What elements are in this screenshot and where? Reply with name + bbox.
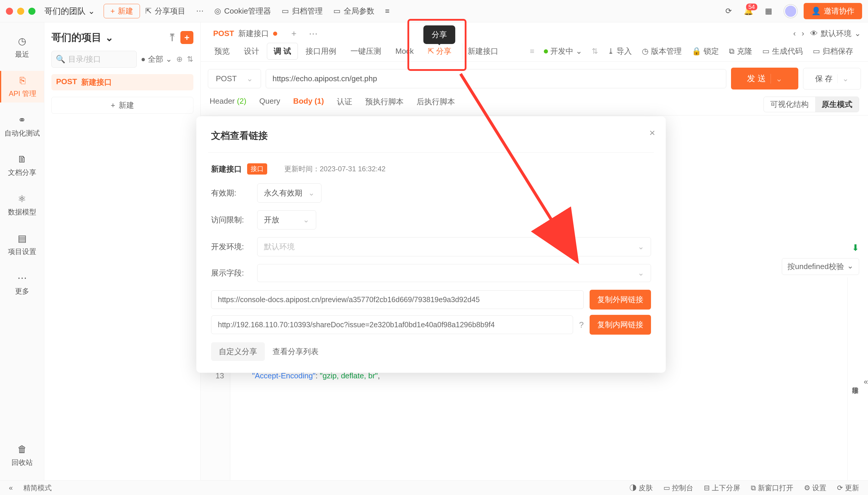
subtab-cases[interactable]: 接口用例 xyxy=(299,43,343,59)
version-button[interactable]: ◷版本管理 xyxy=(641,43,682,59)
fields-select[interactable]: ⌄ xyxy=(257,264,651,282)
subtab-preview[interactable]: 预览 xyxy=(208,43,236,59)
url-input[interactable]: https://echo.apipost.cn/get.php xyxy=(266,69,726,88)
env-dropdown[interactable]: 👁默认环境⌄ xyxy=(810,28,861,39)
access-select[interactable]: 开放⌄ xyxy=(257,210,316,229)
tab-add[interactable]: + xyxy=(288,29,300,39)
codegen-button[interactable]: ▭生成代码 xyxy=(762,43,803,59)
more-button[interactable]: ⋯ xyxy=(191,4,209,18)
clone-button[interactable]: ⧉克隆 xyxy=(728,43,753,59)
expire-select[interactable]: 永久有效期⌄ xyxy=(257,183,322,203)
reqtab-body[interactable]: Body (1) xyxy=(293,97,324,112)
lock-button[interactable]: 🔒锁定 xyxy=(691,43,719,59)
view-share-list-button[interactable]: 查看分享列表 xyxy=(271,342,320,361)
sort-icon[interactable]: ⇅ xyxy=(187,55,193,64)
update-button[interactable]: ⟳ 更新 xyxy=(837,483,859,493)
settings-button[interactable]: ⚙ 设置 xyxy=(804,483,827,493)
external-url-input[interactable]: https://console-docs.apipost.cn/preview/… xyxy=(211,290,584,309)
collapse-left-icon[interactable]: « xyxy=(9,484,13,492)
nav-settings-label: 项目设置 xyxy=(8,247,36,256)
custom-share-button[interactable]: 自定义分享 xyxy=(211,342,265,361)
archive-save-button[interactable]: ▭归档保存 xyxy=(812,43,854,59)
nav-api[interactable]: ⎘API 管理 xyxy=(0,71,44,102)
tab-more[interactable]: ⋯ xyxy=(305,28,321,39)
upload-icon[interactable]: ⤒ xyxy=(168,32,176,44)
filter-all[interactable]: ●全部⌄ xyxy=(141,54,172,64)
list-toggle-button[interactable]: ≡ xyxy=(380,4,395,18)
console-button[interactable]: ▭ 控制台 xyxy=(663,483,694,493)
list-icon: ≡ xyxy=(385,6,389,16)
tree-new-button[interactable]: +新建 xyxy=(51,97,193,114)
copy-external-button[interactable]: 复制外网链接 xyxy=(590,290,651,309)
status-dropdown[interactable]: 开发中⌄ xyxy=(543,43,583,59)
more-icon: ⋯ xyxy=(17,272,27,284)
target-icon[interactable]: ⊕ xyxy=(176,55,183,64)
nav-trash[interactable]: 🗑回收站 xyxy=(0,440,44,472)
nav-models-label: 数据模型 xyxy=(8,207,36,217)
invite-button[interactable]: 👤邀请协作 xyxy=(804,3,862,19)
close-window-icon[interactable] xyxy=(6,8,13,15)
nav-docs[interactable]: 🗎文档分享 xyxy=(0,150,44,181)
notifications-button[interactable]: 🔔 54 xyxy=(744,6,753,16)
tab-nav-next[interactable]: › xyxy=(802,29,804,38)
share-project-button[interactable]: ⇱ 分享项目 xyxy=(140,3,191,19)
share-icon: ⇱ xyxy=(428,47,434,56)
align-icon[interactable]: ≡ xyxy=(530,47,534,56)
eye-icon: 👁 xyxy=(810,29,818,38)
subtab-mock[interactable]: Mock xyxy=(389,44,420,59)
validate-dropdown[interactable]: 按undefined校验⌄ xyxy=(782,258,859,275)
search-input[interactable]: 🔍目录/接口 xyxy=(51,51,137,68)
import-button[interactable]: ⤓导入 xyxy=(607,43,632,59)
field-desc-strip[interactable]: « 字段描述 xyxy=(847,277,868,480)
reqtab-query[interactable]: Query xyxy=(259,97,280,112)
team-dropdown[interactable]: 哥们的团队 ⌄ xyxy=(44,6,95,17)
chevron-down-icon[interactable]: ⌄ xyxy=(105,32,114,44)
grid-menu-button[interactable]: ▦ xyxy=(760,4,778,18)
help-icon[interactable]: ? xyxy=(579,320,584,330)
download-icon: ⤓ xyxy=(608,47,614,56)
maximize-window-icon[interactable] xyxy=(28,8,35,15)
cookie-manager-button[interactable]: ◎Cookie管理器 xyxy=(209,3,276,19)
nav-models[interactable]: ⚛数据模型 xyxy=(0,189,44,221)
archive-button[interactable]: ▭归档管理 xyxy=(276,3,328,19)
split-button[interactable]: ⊟ 上下分屏 xyxy=(704,483,740,493)
send-button[interactable]: 发 送⌄ xyxy=(731,68,798,89)
view-raw[interactable]: 原生模式 xyxy=(815,97,859,112)
minimize-window-icon[interactable] xyxy=(17,8,24,15)
tab-nav-prev[interactable]: ‹ xyxy=(793,29,796,38)
tab-api[interactable]: POST 新建接口 xyxy=(208,25,282,41)
download-icon[interactable]: ⬇ xyxy=(852,242,859,253)
reqtab-post[interactable]: 后执行脚本 xyxy=(417,97,455,112)
save-button[interactable]: 保 存⌄ xyxy=(803,68,861,89)
internal-url-input[interactable]: http://192.168.110.70:10393/shareDoc?iss… xyxy=(211,315,573,334)
method-select[interactable]: POST⌄ xyxy=(208,69,261,88)
archsave-label: 归档保存 xyxy=(822,46,853,56)
subtab-design[interactable]: 设计 xyxy=(237,43,266,59)
modal-close-button[interactable]: × xyxy=(649,127,655,138)
sort-icon[interactable]: ⇅ xyxy=(592,47,598,56)
new-button[interactable]: + 新建 xyxy=(104,4,140,18)
reqtab-auth[interactable]: 认证 xyxy=(337,97,352,112)
nav-settings[interactable]: ▤项目设置 xyxy=(0,228,44,260)
new-window-button[interactable]: ⧉ 新窗口打开 xyxy=(751,483,793,493)
copy-internal-button[interactable]: 复制内网链接 xyxy=(590,315,651,335)
chevron-down-icon: ⌄ xyxy=(770,74,782,84)
avatar[interactable] xyxy=(784,5,797,18)
nav-more[interactable]: ⋯更多 xyxy=(0,268,44,300)
globals-button[interactable]: ▭全局参数 xyxy=(328,3,380,19)
add-button[interactable]: + xyxy=(180,31,193,44)
reqtab-header[interactable]: Header (2) xyxy=(210,97,246,112)
subtab-new-interface[interactable]: 新建接口 xyxy=(462,43,504,59)
nav-automation[interactable]: ⚭自动化测试 xyxy=(0,110,44,142)
sync-button[interactable]: ⟳ xyxy=(720,4,737,18)
subtab-stress[interactable]: 一键压测 xyxy=(344,43,388,59)
env-select[interactable]: 默认环境⌄ xyxy=(257,237,651,256)
mode-label[interactable]: 精简模式 xyxy=(23,483,52,493)
skin-button[interactable]: ◑ 皮肤 xyxy=(629,483,653,493)
nav-recent[interactable]: ◷最近 xyxy=(0,31,44,63)
subtab-debug[interactable]: 调 试 xyxy=(267,43,298,59)
project-title[interactable]: 哥们的项目 xyxy=(51,31,102,44)
view-visual[interactable]: 可视化结构 xyxy=(764,97,815,112)
tree-item-api[interactable]: POST 新建接口 xyxy=(51,74,193,90)
reqtab-pre[interactable]: 预执行脚本 xyxy=(365,97,404,112)
